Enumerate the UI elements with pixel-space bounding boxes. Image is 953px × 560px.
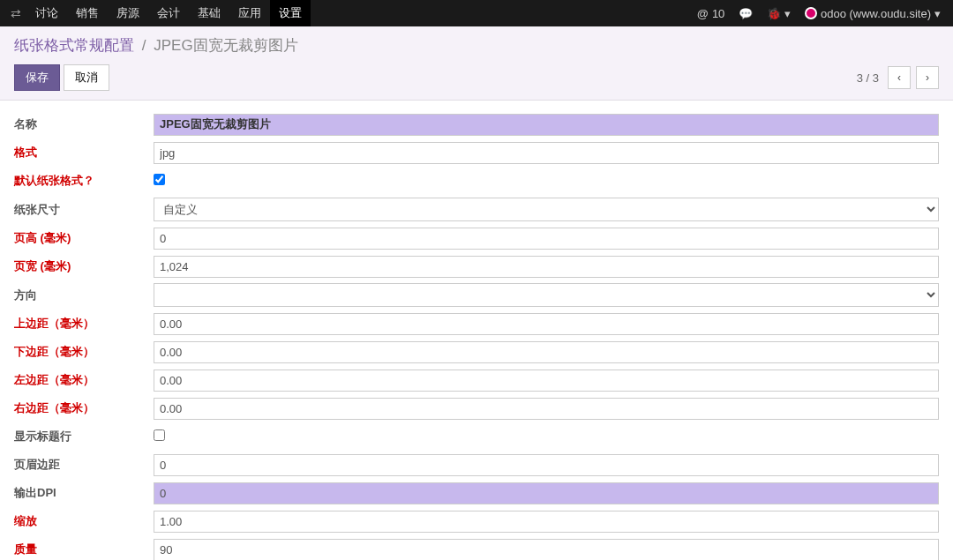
menu-listings[interactable]: 房源: [108, 0, 148, 26]
apps-icon[interactable]: ⇄: [5, 6, 26, 20]
label-name: 名称: [14, 116, 154, 132]
chat-icon[interactable]: 💬: [732, 7, 760, 20]
top-navbar: ⇄ 讨论 销售 房源 会计 基础 应用 设置 @ 10 💬 🐞 ▾ odoo (…: [0, 0, 953, 26]
at-icon: @: [697, 7, 709, 20]
page-height-input[interactable]: [154, 228, 939, 250]
label-format: 格式: [14, 145, 154, 161]
menu-sales[interactable]: 销售: [67, 0, 108, 26]
pager-next-button[interactable]: ›: [916, 66, 939, 89]
label-orientation: 方向: [14, 287, 154, 303]
menu-accounting[interactable]: 会计: [148, 0, 189, 26]
paper-size-select[interactable]: 自定义: [154, 198, 939, 221]
caret-down-icon: ▾: [934, 7, 941, 20]
label-margin-left: 左边距（毫米）: [14, 372, 154, 388]
breadcrumb-current: JPEG固宽无裁剪图片: [154, 37, 297, 54]
label-quality: 质量: [14, 541, 154, 557]
mentions-count[interactable]: @ 10: [690, 7, 732, 20]
label-dpi: 输出DPI: [14, 485, 154, 501]
header-line-checkbox[interactable]: [154, 429, 165, 441]
pager-prev-button[interactable]: ‹: [888, 66, 911, 89]
label-header-spacing: 页眉边距: [14, 457, 154, 473]
debug-icon[interactable]: 🐞 ▾: [760, 7, 798, 20]
label-margin-bottom: 下边距（毫米）: [14, 344, 154, 360]
header-spacing-input[interactable]: [154, 454, 939, 476]
label-page-height: 页高 (毫米): [14, 230, 154, 246]
avatar-icon: [805, 7, 817, 19]
margin-right-input[interactable]: [154, 398, 939, 420]
margin-left-input[interactable]: [154, 370, 939, 392]
dpi-input[interactable]: [154, 482, 939, 504]
form-sheet: 名称 格式 默认纸张格式？ 纸张尺寸 自定义 页高 (毫米) 页宽 (毫米) 方…: [0, 101, 953, 560]
page-width-input[interactable]: [154, 256, 939, 278]
menu-discuss[interactable]: 讨论: [26, 0, 67, 26]
label-default: 默认纸张格式？: [14, 173, 154, 189]
zoom-input[interactable]: [154, 511, 939, 533]
label-header-line: 显示标题行: [14, 429, 154, 444]
label-margin-right: 右边距（毫米）: [14, 400, 154, 416]
format-input[interactable]: [154, 142, 939, 164]
breadcrumb-sep: /: [139, 37, 150, 54]
name-input[interactable]: [154, 114, 939, 136]
chevron-right-icon: ›: [926, 71, 929, 84]
control-panel: 纸张格式常规配置 / JPEG固宽无裁剪图片 保存 取消 3 / 3 ‹ ›: [0, 26, 953, 101]
user-menu[interactable]: odoo (www.oudu.site) ▾: [798, 7, 948, 20]
user-label: odoo (www.oudu.site): [821, 7, 931, 20]
mentions-value: 10: [712, 7, 724, 20]
margin-top-input[interactable]: [154, 313, 939, 335]
save-button[interactable]: 保存: [14, 64, 60, 91]
menu-base[interactable]: 基础: [189, 0, 229, 26]
breadcrumb-parent[interactable]: 纸张格式常规配置: [14, 37, 134, 54]
margin-bottom-input[interactable]: [154, 341, 939, 363]
menu-apps[interactable]: 应用: [229, 0, 270, 26]
label-margin-top: 上边距（毫米）: [14, 316, 154, 332]
label-page-width: 页宽 (毫米): [14, 258, 154, 274]
top-menu: 讨论 销售 房源 会计 基础 应用 设置: [26, 0, 311, 26]
default-checkbox[interactable]: [154, 174, 165, 185]
discard-button[interactable]: 取消: [64, 64, 109, 91]
label-paper-size: 纸张尺寸: [14, 202, 154, 218]
orientation-select[interactable]: [154, 283, 939, 307]
chevron-left-icon: ‹: [897, 71, 901, 84]
breadcrumb: 纸张格式常规配置 / JPEG固宽无裁剪图片: [14, 35, 939, 56]
pager-text: 3 / 3: [857, 71, 879, 85]
quality-input[interactable]: [154, 539, 939, 561]
label-zoom: 缩放: [14, 513, 154, 529]
menu-settings[interactable]: 设置: [270, 0, 311, 26]
